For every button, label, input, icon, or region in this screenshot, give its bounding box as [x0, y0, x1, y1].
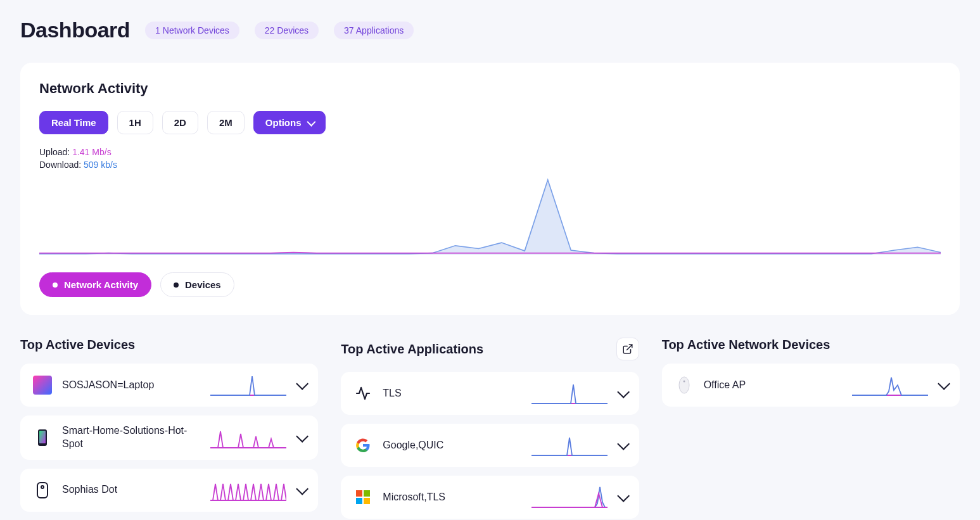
svg-rect-5 [356, 490, 362, 497]
upload-legend: Upload: 1.41 Mb/s [39, 147, 941, 157]
sparkline [852, 372, 928, 398]
list-item-label: TLS [383, 387, 521, 400]
dot-icon [53, 282, 58, 288]
time-range-1h[interactable]: 1H [117, 111, 153, 134]
sparkline [531, 485, 608, 510]
svg-line-4 [627, 345, 632, 350]
list-item-label: Office AP [704, 379, 842, 392]
speaker-icon [33, 481, 52, 500]
time-range-realtime[interactable]: Real Time [39, 111, 108, 134]
chevron-down-icon[interactable] [296, 430, 309, 443]
svg-point-9 [679, 377, 689, 393]
toggle-label: Network Activity [64, 279, 138, 290]
external-link-button[interactable] [616, 338, 639, 360]
upload-label: Upload: [39, 147, 70, 157]
sparkline [210, 478, 286, 503]
svg-point-3 [41, 486, 44, 488]
network-activity-chart [39, 176, 941, 258]
svg-rect-8 [364, 498, 370, 504]
list-item-label: Sophias Dot [62, 483, 200, 497]
phone-icon [33, 428, 52, 447]
badge-applications[interactable]: 37 Applications [334, 22, 414, 39]
microsoft-icon [353, 488, 372, 507]
page-title: Dashboard [20, 18, 130, 42]
toggle-label: Devices [185, 279, 221, 290]
options-label: Options [265, 117, 302, 128]
chevron-down-icon[interactable] [617, 490, 630, 502]
column-title: Top Active Devices [20, 338, 135, 352]
sparkline [210, 372, 286, 398]
time-range-2d[interactable]: 2D [162, 111, 198, 134]
list-item[interactable]: Sophias Dot [20, 469, 318, 512]
toggle-network-activity[interactable]: Network Activity [39, 272, 151, 297]
ap-icon [675, 376, 694, 395]
chevron-down-icon[interactable] [617, 438, 630, 450]
badge-network-devices[interactable]: 1 Network Devices [145, 22, 239, 39]
column-title: Top Active Network Devices [662, 338, 830, 352]
google-icon [353, 436, 372, 455]
activity-icon [353, 384, 372, 403]
list-item[interactable]: Office AP [662, 364, 960, 407]
list-item[interactable]: Google,QUIC [341, 424, 639, 467]
badge-devices[interactable]: 22 Devices [255, 22, 319, 39]
card-title: Network Activity [39, 80, 941, 97]
list-item-label: SOSJASON=Laptop [62, 379, 200, 392]
download-legend: Download: 509 kb/s [39, 160, 941, 170]
svg-rect-2 [37, 483, 48, 498]
sparkline [531, 381, 608, 406]
chevron-down-icon[interactable] [938, 377, 950, 390]
chevron-down-icon[interactable] [296, 377, 309, 390]
sparkline [531, 433, 608, 458]
svg-point-10 [683, 381, 685, 383]
list-item-label: Microsoft,TLS [383, 491, 521, 504]
list-item-label: Smart-Home-Solutions-Hot-Spot [62, 424, 200, 451]
chevron-down-icon[interactable] [296, 483, 309, 495]
sparkline [210, 425, 286, 450]
upload-value: 1.41 Mb/s [72, 147, 111, 157]
list-item-label: Google,QUIC [383, 439, 521, 452]
external-link-icon [622, 343, 633, 355]
download-value: 509 kb/s [84, 160, 117, 170]
list-item[interactable]: TLS [341, 372, 639, 415]
svg-rect-7 [356, 498, 362, 504]
chevron-down-icon[interactable] [617, 386, 630, 398]
download-label: Download: [39, 160, 81, 170]
svg-rect-1 [39, 431, 46, 443]
chevron-down-icon [307, 117, 316, 126]
network-activity-card: Network Activity Real Time 1H 2D 2M Opti… [20, 63, 960, 315]
column-title: Top Active Applications [341, 342, 483, 357]
svg-rect-6 [364, 490, 370, 497]
top-active-applications-column: Top Active Applications TLSGoogle,QUICMi… [341, 338, 639, 520]
list-item[interactable]: Microsoft,TLS [341, 476, 639, 519]
time-range-2m[interactable]: 2M [207, 111, 245, 134]
toggle-devices[interactable]: Devices [160, 272, 234, 297]
dot-icon [174, 282, 179, 288]
top-active-devices-column: Top Active Devices SOSJASON=LaptopSmart-… [20, 338, 318, 520]
laptop-icon [33, 376, 52, 395]
list-item[interactable]: SOSJASON=Laptop [20, 364, 318, 407]
top-active-network-devices-column: Top Active Network Devices Office AP [662, 338, 960, 520]
list-item[interactable]: Smart-Home-Solutions-Hot-Spot [20, 415, 318, 460]
options-button[interactable]: Options [253, 111, 326, 134]
